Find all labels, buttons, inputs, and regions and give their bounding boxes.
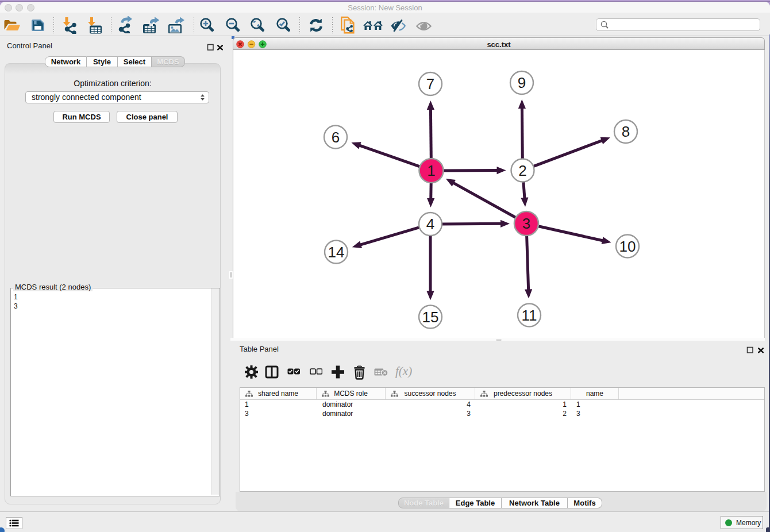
svg-text:7: 7 [426,75,434,92]
svg-text:14: 14 [328,244,345,261]
svg-text:11: 11 [522,307,537,324]
svg-text:9: 9 [518,74,526,91]
svg-text:4: 4 [426,215,434,233]
svg-text:8: 8 [622,123,630,140]
svg-text:2: 2 [518,162,526,179]
svg-text:15: 15 [422,309,439,326]
svg-text:10: 10 [619,238,636,255]
svg-text:6: 6 [332,129,340,146]
svg-text:3: 3 [522,215,530,232]
svg-text:1: 1 [427,162,435,179]
